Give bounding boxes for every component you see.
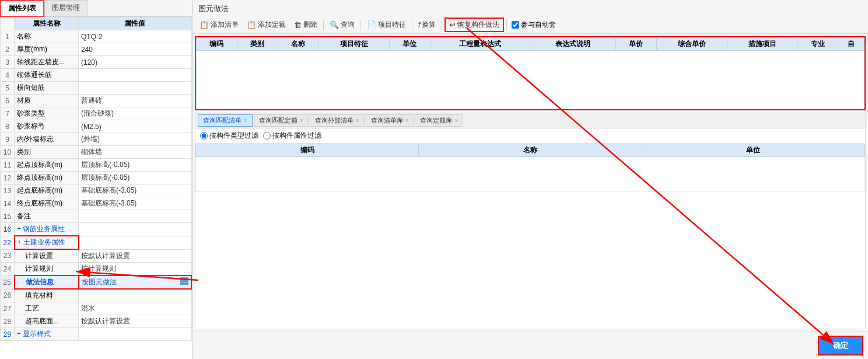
table-row: 5横向短筋 bbox=[1, 82, 192, 95]
prop-value-cell: 按默认计算设置 bbox=[79, 315, 192, 328]
bottom-query-area: 查询匹配清单×查询匹配定额×查询外部清单×查询清单库×查询定额库× 按构件类型过… bbox=[195, 113, 866, 329]
separator-4 bbox=[442, 20, 442, 30]
query-tab[interactable]: 查询定额库× bbox=[415, 114, 463, 127]
restore-label: 恢复构件做法 bbox=[457, 20, 499, 30]
prop-value-cell: (120) bbox=[79, 56, 192, 69]
delete-label: 删除 bbox=[303, 20, 317, 30]
tab-property-list[interactable]: 属性列表 bbox=[0, 0, 44, 17]
table-row: 24计算规则按计算规则 bbox=[1, 263, 192, 276]
close-tab-icon[interactable]: × bbox=[454, 117, 458, 124]
table-row: 15备注 bbox=[1, 210, 192, 223]
filter-attr-label: 按构件属性过滤 bbox=[272, 131, 321, 141]
table-row: 22+ 土建业务属性 bbox=[1, 236, 192, 249]
filter-type-label: 按构件类型过滤 bbox=[209, 131, 258, 141]
separator-5 bbox=[506, 20, 507, 30]
small-col-header: 单位 bbox=[642, 144, 864, 157]
convert-button[interactable]: f 换算 bbox=[415, 19, 439, 31]
row-number: 15 bbox=[1, 210, 15, 223]
row-number: 16 bbox=[1, 223, 15, 236]
dots-button[interactable]: ... bbox=[180, 277, 188, 285]
prop-name-cell: 终点底标高(m) bbox=[15, 197, 79, 210]
row-number: 23 bbox=[1, 249, 15, 263]
table-row: 14终点底标高(m)基础底标高(-3.05) bbox=[1, 197, 192, 210]
row-number: 28 bbox=[1, 315, 15, 328]
close-tab-icon[interactable]: × bbox=[244, 117, 247, 124]
prop-value-cell bbox=[79, 236, 192, 249]
column-header: 工程量表达式 bbox=[430, 38, 530, 51]
row-number: 6 bbox=[1, 95, 15, 107]
prop-name-cell: 填充材料 bbox=[15, 289, 79, 302]
query-tab[interactable]: 查询匹配清单× bbox=[198, 114, 253, 127]
column-header: 单价 bbox=[615, 38, 656, 51]
column-header: 综合单价 bbox=[656, 38, 727, 51]
filter-type-radio[interactable]: 按构件类型过滤 bbox=[200, 131, 258, 141]
prop-value-cell bbox=[79, 223, 192, 236]
filter-attr-input[interactable] bbox=[263, 132, 271, 140]
small-col-header: 编码 bbox=[196, 144, 419, 157]
prop-value-cell: 普通砖 bbox=[79, 95, 192, 107]
convert-label: 换算 bbox=[422, 20, 436, 30]
tab-layer-management[interactable]: 图层管理 bbox=[44, 0, 88, 16]
table-row: 28超高底面...按默认计算设置 bbox=[1, 315, 192, 328]
close-tab-icon[interactable]: × bbox=[356, 117, 359, 124]
table-row: 1名称QTQ-2 bbox=[1, 30, 192, 43]
table-row: 29+ 显示样式 bbox=[1, 328, 192, 341]
restore-icon: ↩ bbox=[449, 20, 456, 29]
column-header: 类别 bbox=[237, 38, 278, 51]
column-header: 专业 bbox=[797, 38, 838, 51]
query-tab[interactable]: 查询清单库× bbox=[366, 114, 414, 127]
prop-value-cell: 按图元做法... bbox=[79, 276, 192, 289]
table-row: 2厚度(mm)240 bbox=[1, 43, 192, 56]
prop-name-cell: 轴线距左墙皮... bbox=[15, 56, 79, 69]
right-panel: 图元做法 📋 添加清单 📋 添加定额 🗑 删除 🔍 查询 📄 项目特征 f 换算 bbox=[192, 0, 868, 359]
prop-name-cell: 起点底标高(m) bbox=[15, 184, 79, 197]
prop-name-cell: 工艺 bbox=[15, 302, 79, 315]
prop-value-cell: 基础底标高(-3.05) bbox=[79, 197, 192, 210]
filter-type-input[interactable] bbox=[200, 132, 208, 140]
row-number: 7 bbox=[1, 107, 15, 120]
query-tab[interactable]: 查询匹配定额× bbox=[254, 114, 309, 127]
restore-method-button[interactable]: ↩ 恢复构件做法 bbox=[444, 18, 504, 32]
query-button[interactable]: 🔍 查询 bbox=[326, 19, 358, 31]
prop-value-cell: (外墙) bbox=[79, 133, 192, 146]
table-row: 6材质普通砖 bbox=[1, 95, 192, 107]
table-row bbox=[197, 51, 864, 109]
table-row: 12终点顶标高(m)层顶标高(-0.05) bbox=[1, 172, 192, 184]
prop-name-cell: 内/外墙标志 bbox=[15, 133, 79, 146]
close-tab-icon[interactable]: × bbox=[405, 117, 409, 124]
property-table: 属性名称 属性值 1名称QTQ-22厚度(mm)2403轴线距左墙皮...(12… bbox=[0, 17, 192, 359]
delete-button[interactable]: 🗑 删除 bbox=[290, 19, 321, 31]
row-number: 5 bbox=[1, 82, 15, 95]
prop-value-cell: QTQ-2 bbox=[79, 30, 192, 43]
table-row: 25做法信息按图元做法... bbox=[1, 276, 192, 289]
prop-name-cell: 砂浆标号 bbox=[15, 120, 79, 133]
prop-value-cell: 层顶标高(-0.05) bbox=[79, 159, 192, 172]
table-row: 26填充材料 bbox=[1, 289, 192, 302]
prop-name-cell: + 显示样式 bbox=[15, 328, 79, 341]
add-list-button[interactable]: 📋 添加清单 bbox=[196, 19, 242, 31]
filter-row: 按构件类型过滤 按构件属性过滤 bbox=[195, 128, 865, 144]
prop-name-cell: 砂浆类型 bbox=[15, 107, 79, 120]
prop-value-cell: 砌体墙 bbox=[79, 146, 192, 159]
auto-match-checkbox[interactable] bbox=[512, 21, 519, 29]
confirm-button[interactable]: 确定 bbox=[818, 336, 863, 355]
row-number: 1 bbox=[1, 30, 15, 43]
prop-name-cell: 计算规则 bbox=[15, 263, 79, 276]
close-tab-icon[interactable]: × bbox=[300, 117, 303, 124]
table-row: 4砌体通长筋 bbox=[1, 69, 192, 82]
auto-match-checkbox-label[interactable]: 参与自动套 bbox=[512, 20, 556, 30]
table-row: 23计算设置按默认计算设置 bbox=[1, 249, 192, 263]
row-number: 25 bbox=[1, 276, 15, 289]
prop-name-cell: 备注 bbox=[15, 210, 79, 223]
row-number: 8 bbox=[1, 120, 15, 133]
table-row: 9内/外墙标志(外墙) bbox=[1, 133, 192, 146]
query-tab[interactable]: 查询外部清单× bbox=[310, 114, 365, 127]
column-header: 项目特征 bbox=[318, 38, 389, 51]
prop-value-cell: 基础底标高(-3.05) bbox=[79, 184, 192, 197]
filter-attr-radio[interactable]: 按构件属性过滤 bbox=[263, 131, 321, 141]
prop-value-cell: 按计算规则 bbox=[79, 263, 192, 276]
prop-value-cell: 240 bbox=[79, 43, 192, 56]
project-feature-button[interactable]: 📄 项目特征 bbox=[363, 19, 410, 31]
add-quota-button[interactable]: 📋 添加定额 bbox=[243, 19, 289, 31]
prop-name-cell: 终点顶标高(m) bbox=[15, 172, 79, 184]
